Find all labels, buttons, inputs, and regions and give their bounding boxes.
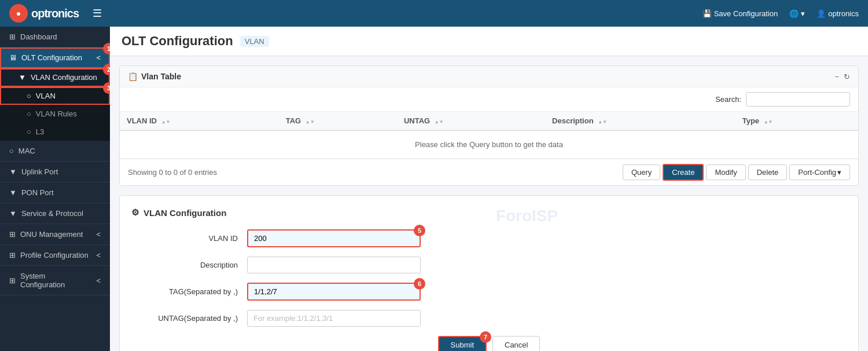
col-vlan-id: VLAN ID ▲▼	[120, 112, 279, 130]
untag-label: UNTAG(Separated by ,)	[131, 314, 247, 323]
sidebar-item-onu-management[interactable]: ⊞ ONU Management <	[0, 224, 110, 245]
sidebar-sub-sub: ○ VLAN 3 ○ VLAN Rules ○ L3	[0, 87, 110, 141]
logo-icon: ●	[9, 4, 28, 23]
badge-2: 2	[103, 64, 110, 75]
sidebar-item-vlan-rules[interactable]: ○ VLAN Rules	[0, 105, 110, 123]
globe-button[interactable]: 🌐 ▾	[789, 9, 805, 18]
table-actions: Query Create Modify Delete Port-Config ▾	[623, 164, 850, 181]
sort-tag[interactable]: ▲▼	[306, 119, 315, 125]
badge-1: 1	[103, 43, 110, 54]
service-chevron: ▼	[9, 209, 17, 218]
sort-vlan-id[interactable]: ▲▼	[161, 119, 171, 125]
olt-config-icon: 🖥	[9, 53, 17, 62]
content-area: OLT Configuration VLAN ForoISP 📋 Vlan Ta…	[110, 27, 868, 351]
user-button[interactable]: 👤 optronics	[816, 9, 859, 18]
no-data-message: Please click the Query button to get the…	[120, 130, 858, 159]
globe-arrow: ▾	[801, 9, 805, 18]
form-actions: Submit 7 Cancel	[131, 336, 847, 351]
save-config-label: Save Configuration	[714, 9, 778, 18]
sidebar-item-profile-configuration[interactable]: ⊞ Profile Configuration <	[0, 245, 110, 266]
sidebar-item-vlan[interactable]: ○ VLAN 3	[0, 87, 110, 105]
delete-button[interactable]: Delete	[748, 164, 788, 180]
sidebar-label-olt-config: OLT Configuration	[21, 53, 82, 62]
dashboard-icon: ⊞	[9, 32, 16, 41]
sidebar: ⊞ Dashboard 🖥 OLT Configuration < 1 ▼ VL…	[0, 27, 110, 351]
minimize-icon[interactable]: −	[834, 72, 839, 81]
no-data-row: Please click the Query button to get the…	[120, 130, 858, 159]
onu-chevron: <	[96, 230, 101, 239]
cancel-button[interactable]: Cancel	[492, 336, 540, 351]
sidebar-item-uplink-port[interactable]: ▼ Uplink Port	[0, 162, 110, 182]
main-layout: ⊞ Dashboard 🖥 OLT Configuration < 1 ▼ VL…	[0, 27, 868, 351]
sidebar-label-mac: MAC	[19, 147, 35, 155]
col-tag: TAG ▲▼	[279, 112, 397, 130]
system-icon: ⊞	[9, 276, 16, 285]
tag-row: TAG(Separated by ,) 6	[131, 283, 847, 301]
untag-row: UNTAG(Separated by ,)	[131, 310, 847, 327]
section-title: 📋 Vlan Table	[128, 72, 181, 81]
table-icon: 📋	[128, 72, 138, 81]
user-icon: 👤	[816, 9, 826, 18]
section-header: 📋 Vlan Table − ↻	[120, 66, 858, 87]
badge-6: 6	[414, 278, 425, 290]
port-config-button[interactable]: Port-Config ▾	[789, 164, 850, 180]
submit-wrapper: Submit 7	[438, 336, 487, 351]
modify-button[interactable]: Modify	[706, 164, 745, 180]
sidebar-item-dashboard[interactable]: ⊞ Dashboard	[0, 27, 110, 47]
showing-text: Showing 0 to 0 of 0 entries	[128, 168, 217, 177]
sidebar-item-system-configuration[interactable]: ⊞ System Configuration <	[0, 266, 110, 295]
description-label: Description	[131, 261, 247, 269]
sidebar-label-l3: L3	[36, 127, 44, 136]
sidebar-item-service-protocol[interactable]: ▼ Service & Protocol	[0, 203, 110, 224]
system-chevron: <	[96, 276, 101, 285]
vlan-id-input[interactable]	[247, 229, 421, 247]
tag-field-wrapper: 6	[247, 283, 421, 301]
sort-type[interactable]: ▲▼	[764, 119, 773, 125]
col-type: Type ▲▼	[735, 112, 858, 130]
save-icon: 💾	[703, 9, 712, 18]
page-subtitle: VLAN	[240, 36, 269, 47]
l3-bullet: ○	[27, 127, 31, 136]
search-input[interactable]	[746, 92, 850, 107]
content-wrapper: ForoISP 📋 Vlan Table − ↻ Search:	[110, 65, 868, 351]
vlan-config-chevron: ▼	[19, 73, 26, 82]
refresh-icon[interactable]: ↻	[844, 72, 850, 81]
save-config-button[interactable]: 💾 Save Configuration	[703, 9, 778, 18]
sidebar-label-vlan-config: VLAN Configuration	[31, 73, 97, 82]
header: ● optronics ☰ 💾 Save Configuration 🌐 ▾ 👤…	[0, 0, 868, 27]
untag-input[interactable]	[247, 310, 421, 327]
search-bar: Search:	[120, 87, 858, 112]
vlan-bullet: ○	[27, 92, 31, 100]
description-input[interactable]	[247, 257, 421, 273]
table-body: Please click the Query button to get the…	[120, 130, 858, 159]
badge-3: 3	[103, 82, 110, 94]
port-config-label: Port-Config	[798, 168, 836, 177]
create-button[interactable]: Create	[663, 164, 704, 181]
sidebar-item-pon-port[interactable]: ▼ PON Port	[0, 182, 110, 203]
vlan-id-row: VLAN ID 5	[131, 229, 847, 247]
sort-untag[interactable]: ▲▼	[435, 119, 444, 125]
form-title-text: VLAN Configuration	[144, 208, 226, 218]
header-right: 💾 Save Configuration 🌐 ▾ 👤 optronics	[703, 9, 859, 18]
sidebar-label-onu-management: ONU Management	[20, 230, 83, 239]
sidebar-label-service-protocol: Service & Protocol	[21, 209, 83, 218]
sidebar-item-olt-configuration[interactable]: 🖥 OLT Configuration < 1	[0, 47, 110, 68]
profile-chevron: <	[96, 251, 101, 259]
badge-5: 5	[414, 225, 425, 236]
sort-description[interactable]: ▲▼	[598, 119, 607, 125]
logo-text: optronics	[31, 7, 79, 20]
olt-config-chevron: <	[96, 53, 101, 62]
profile-icon: ⊞	[9, 251, 16, 259]
search-label: Search:	[715, 95, 741, 104]
menu-icon[interactable]: ☰	[93, 7, 102, 20]
pon-chevron: ▼	[9, 188, 17, 197]
sidebar-item-l3[interactable]: ○ L3	[0, 123, 110, 141]
query-button[interactable]: Query	[623, 164, 660, 180]
sidebar-label-vlan: VLAN	[36, 92, 56, 100]
sidebar-item-mac[interactable]: ○ MAC	[0, 141, 110, 162]
tag-input[interactable]	[247, 283, 421, 301]
table-footer: Showing 0 to 0 of 0 entries Query Create…	[120, 159, 858, 185]
sidebar-sub-vlan-config: ▼ VLAN Configuration 2 ○ VLAN 3 ○ VLAN R…	[0, 68, 110, 141]
sidebar-item-vlan-configuration[interactable]: ▼ VLAN Configuration 2	[0, 68, 110, 87]
form-icon: ⚙	[131, 207, 139, 218]
